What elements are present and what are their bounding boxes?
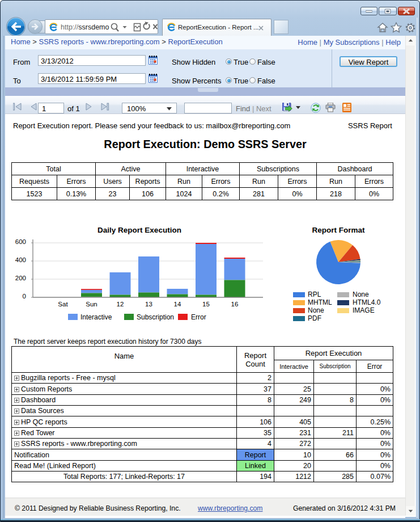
svg-text:RPL: RPL: [308, 291, 321, 298]
svg-text:Sun: Sun: [86, 301, 97, 308]
svg-text:400: 400: [15, 256, 26, 263]
svg-text:Error: Error: [191, 313, 206, 321]
svg-text:Report Format: Report Format: [312, 226, 365, 234]
svg-text:200: 200: [15, 275, 26, 281]
svg-text:Subscription: Subscription: [137, 313, 174, 321]
svg-text:16: 16: [231, 301, 239, 308]
svg-text:Interactive: Interactive: [80, 313, 112, 321]
svg-text:12: 12: [117, 301, 124, 308]
svg-text:15: 15: [202, 301, 210, 308]
svg-text:None: None: [308, 306, 324, 314]
svg-text:14: 14: [174, 301, 181, 308]
svg-text:IMAGE: IMAGE: [353, 306, 375, 314]
svg-text:0: 0: [23, 293, 26, 300]
svg-text:HTML4.0: HTML4.0: [353, 298, 381, 306]
svg-text:PDF: PDF: [308, 314, 321, 322]
svg-text:MHTML: MHTML: [308, 298, 332, 306]
svg-text:600: 600: [15, 238, 26, 245]
svg-text:None: None: [353, 291, 369, 298]
svg-text:Sat: Sat: [58, 301, 68, 308]
svg-text:13: 13: [145, 301, 152, 308]
svg-text:Daily Report Execution: Daily Report Execution: [97, 226, 181, 234]
